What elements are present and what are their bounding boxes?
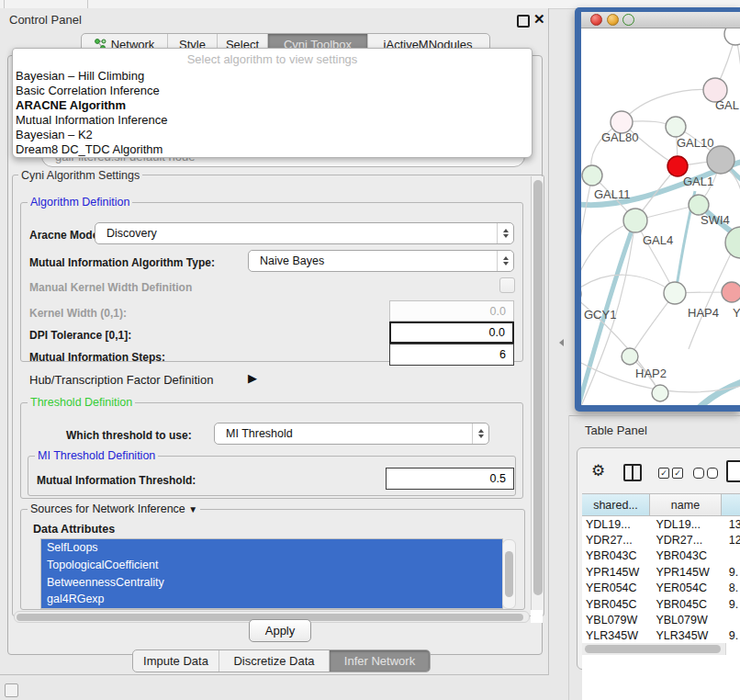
- gear-icon[interactable]: ⚙: [591, 461, 605, 480]
- tab-label: Discretize Data: [233, 654, 314, 668]
- collapsed-panel-icon[interactable]: [5, 683, 18, 697]
- data-attributes-label: Data Attributes: [33, 523, 115, 536]
- cell: 9.: [725, 598, 740, 611]
- network-node-hap4[interactable]: [664, 282, 686, 304]
- cell: YBR045C: [651, 598, 724, 611]
- scrollbar-corner: [725, 643, 740, 655]
- algorithm-option[interactable]: Bayesian – K2: [16, 128, 521, 142]
- toolbar-divider: [87, 0, 88, 8]
- column-header-shared-name[interactable]: shared...: [582, 494, 650, 515]
- mi-threshold-definition-title: MI Threshold Definition: [35, 449, 158, 462]
- network-window-titlebar[interactable]: [581, 12, 740, 28]
- tab-discretize-data[interactable]: Discretize Data: [219, 650, 330, 672]
- attribute-item-selected[interactable]: TopologicalCoefficient: [41, 557, 502, 574]
- which-threshold-label: Which threshold to use:: [66, 429, 192, 442]
- network-node-red-selected[interactable]: [667, 156, 688, 176]
- table-row[interactable]: YLR345WYLR345W9.: [582, 628, 740, 644]
- table-row[interactable]: YDR27...YDR27...12: [582, 532, 740, 548]
- network-node-gal4[interactable]: [623, 209, 647, 232]
- attribute-item-selected[interactable]: SelfLoops: [41, 539, 502, 557]
- table-rows: YDL19...YDL19...13 YDR27...YDR27...12 YB…: [582, 516, 740, 645]
- table-row[interactable]: YER054CYER054C8.: [582, 581, 740, 596]
- network-node-gal10[interactable]: [666, 117, 686, 137]
- mi-steps-field[interactable]: 6: [389, 344, 514, 366]
- network-node-hap2[interactable]: [622, 348, 638, 365]
- dpi-tolerance-field[interactable]: 0.0: [389, 322, 514, 344]
- algorithm-option[interactable]: Basic Correlation Inference: [16, 84, 521, 98]
- close-icon[interactable]: ✕: [533, 11, 545, 28]
- cell: YLR345W: [651, 629, 724, 642]
- network-node[interactable]: [652, 385, 668, 401]
- which-threshold-combobox[interactable]: MI Threshold: [214, 423, 489, 445]
- cell: YDR27...: [582, 534, 651, 547]
- algorithm-option[interactable]: Dream8 DC_TDC Algorithm: [16, 142, 521, 157]
- network-node-swi4[interactable]: [689, 195, 709, 215]
- aracne-mode-combobox[interactable]: Discovery: [95, 222, 514, 244]
- table-row[interactable]: YDL19...YDL19...13: [582, 516, 740, 532]
- zoom-traffic-light-icon[interactable]: [622, 14, 634, 26]
- bottom-tabbar: Impute Data Discretize Data Infer Networ…: [132, 649, 431, 672]
- table-row[interactable]: YBR043CYBR043C: [582, 548, 740, 564]
- table-scrollbar-horizontal[interactable]: [582, 643, 725, 655]
- network-canvas[interactable]: GAL GAL80 GAL10 GAL1 GAL11 SWI4 GAL4 GCY…: [581, 28, 740, 405]
- node-label: GAL80: [601, 130, 638, 144]
- apply-button-label: Apply: [265, 624, 296, 638]
- select-all-icon[interactable]: ✓✓: [658, 468, 683, 479]
- float-window-icon[interactable]: [517, 15, 530, 28]
- network-node-gray[interactable]: [707, 146, 734, 174]
- spinner-icon: [497, 223, 513, 243]
- cell: 9.: [725, 566, 740, 579]
- control-panel-window: Control Panel ✕ Network Style Select Cyn…: [0, 8, 549, 675]
- network-node[interactable]: [582, 165, 602, 186]
- minimize-traffic-light-icon[interactable]: [607, 14, 619, 26]
- deselect-all-icon[interactable]: [693, 468, 718, 479]
- node-label: HAP4: [688, 306, 719, 320]
- node-label: GAL11: [594, 187, 631, 201]
- table-row[interactable]: YBR045CYBR045C9.: [582, 596, 740, 612]
- tab-infer-network[interactable]: Infer Network: [330, 650, 430, 672]
- tab-label: Infer Network: [344, 654, 415, 668]
- manual-kernel-width-checkbox[interactable]: [499, 277, 515, 293]
- mi-threshold-value: 0.5: [490, 472, 506, 485]
- network-node[interactable]: [724, 28, 740, 45]
- tab-impute-data[interactable]: Impute Data: [133, 650, 219, 672]
- attribute-item-selected[interactable]: BetweennessCentrality: [41, 574, 502, 592]
- threshold-definition-title: Threshold Definition: [28, 396, 135, 409]
- scrollbar-thumb[interactable]: [505, 551, 513, 597]
- expand-arrow-icon[interactable]: ▶: [248, 371, 257, 385]
- cell: YDR27...: [651, 534, 724, 547]
- mi-algorithm-type-combobox[interactable]: Naive Bayes: [248, 250, 514, 272]
- mi-threshold-field[interactable]: 0.5: [386, 468, 514, 490]
- apply-button[interactable]: Apply: [249, 619, 311, 642]
- algorithm-dropdown-popup: Select algorithm to view settings Bayesi…: [12, 48, 533, 158]
- cell: 9.: [725, 629, 740, 642]
- node-label: GAL10: [677, 136, 713, 150]
- scrollbar-thumb[interactable]: [533, 180, 543, 595]
- dpi-tolerance-value: 0.0: [489, 326, 505, 339]
- columns-icon[interactable]: [623, 464, 642, 481]
- cell: YLR345W: [582, 629, 651, 642]
- scrollbar-corner: [531, 610, 543, 623]
- algorithm-option-selected[interactable]: ARACNE Algorithm: [16, 98, 521, 113]
- attributes-scrollbar[interactable]: [502, 539, 516, 609]
- algorithm-option[interactable]: Mutual Information Inference: [16, 113, 521, 128]
- kernel-width-field[interactable]: 0.0: [389, 300, 514, 322]
- mi-algorithm-type-label: Mutual Information Algorithm Type:: [29, 256, 215, 269]
- algorithm-option[interactable]: Bayesian – Hill Climbing: [16, 69, 521, 84]
- document-icon[interactable]: [726, 460, 740, 482]
- column-header-partial[interactable]: [722, 494, 740, 515]
- panel-splitter-arrow-icon[interactable]: [559, 339, 564, 346]
- screen: { "app": {"title": "Control Panel"}, "ta…: [0, 0, 740, 700]
- data-attributes-list[interactable]: SelfLoops TopologicalCoefficient Between…: [40, 538, 503, 609]
- settings-scrollbar-vertical[interactable]: [531, 176, 544, 613]
- table-header-row: shared... name: [582, 493, 740, 516]
- table-row[interactable]: YPR145WYPR145W9.: [582, 564, 740, 580]
- collapse-arrow-icon[interactable]: ▼: [188, 504, 197, 514]
- cell: YBL079W: [582, 614, 651, 627]
- close-traffic-light-icon[interactable]: [590, 14, 602, 26]
- table-row[interactable]: YBL079WYBL079W: [582, 612, 740, 627]
- scrollbar-thumb[interactable]: [585, 645, 721, 653]
- attribute-item-selected[interactable]: gal4RGexp: [41, 591, 502, 608]
- column-header-name[interactable]: name: [650, 494, 722, 515]
- network-node-pink[interactable]: [722, 282, 740, 302]
